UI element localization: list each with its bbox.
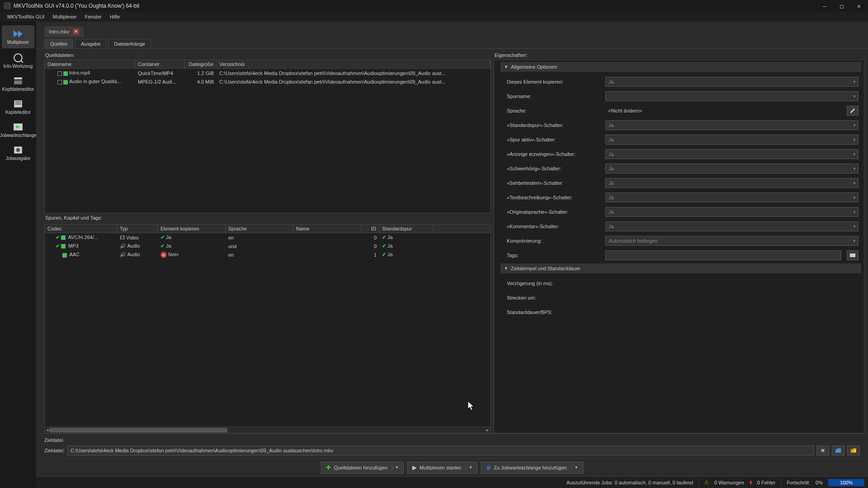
prop-active-field[interactable]: Ja▼ bbox=[605, 135, 859, 145]
subtab-attachments[interactable]: Dateianhänge bbox=[108, 39, 151, 48]
prop-tags-label: Tags: bbox=[507, 253, 602, 258]
collapse-icon: ▼ bbox=[504, 65, 508, 69]
menu-multiplexer[interactable]: Multiplexer bbox=[49, 13, 80, 20]
menu-help[interactable]: Hilfe bbox=[106, 13, 123, 20]
col-codec[interactable]: Codec bbox=[45, 225, 117, 233]
prop-trackname-field[interactable]: ▼ bbox=[605, 91, 859, 101]
chapter-icon bbox=[12, 99, 24, 109]
prop-textdesc-field[interactable]: Ja▼ bbox=[605, 192, 859, 202]
subtab-output[interactable]: Ausgabe bbox=[75, 39, 106, 48]
tracks-hscroll[interactable]: ◂▸ bbox=[45, 427, 491, 433]
output-recent-icon[interactable] bbox=[847, 446, 860, 455]
sourcefile-row[interactable]: Intro.mp4QuickTime/MP41.2 GiBC:\Users\st… bbox=[45, 69, 491, 77]
prop-copy-field[interactable]: Ja▼ bbox=[605, 77, 859, 87]
status-warnings[interactable]: 0 Warnungen bbox=[714, 480, 744, 485]
add-sourcefiles-button[interactable]: ✚ Quelldateien hinzufügen ▼ bbox=[321, 462, 404, 474]
prop-compress-field[interactable]: Automatisch festlegen▼ bbox=[605, 236, 859, 246]
group-label: Zeitstempel und Standarddauer bbox=[511, 266, 580, 271]
prop-visual-label: »Sehbehindert«-Schalter: bbox=[507, 180, 602, 186]
tab-close-icon[interactable]: ✕ bbox=[73, 28, 79, 35]
collapse-icon: ▼ bbox=[504, 266, 508, 271]
svg-rect-10 bbox=[850, 253, 855, 257]
col-type[interactable]: Typ bbox=[117, 225, 158, 233]
dropdown-icon[interactable]: ▼ bbox=[571, 465, 578, 469]
prop-trackname-label: Spurname: bbox=[507, 94, 602, 99]
prop-language-field[interactable]: <Nicht ändern> bbox=[605, 106, 841, 116]
play-icon: ▶ bbox=[412, 464, 417, 471]
add-to-queue-button[interactable]: ⊕ Zu Jobwarteschlange hinzufügen ▼ bbox=[481, 462, 583, 474]
prop-stretch-field[interactable] bbox=[605, 293, 859, 303]
col-directory[interactable]: Verzeichnis bbox=[217, 60, 491, 68]
col-filename[interactable]: Dateiname bbox=[45, 60, 135, 68]
prop-delay-field[interactable] bbox=[605, 278, 859, 288]
svg-rect-6 bbox=[15, 103, 21, 104]
prop-copy-label: Dieses Element kopieren: bbox=[507, 79, 602, 84]
track-row[interactable]: AAC🔊 Audio⊘ Neinen1✔ Ja bbox=[45, 250, 491, 259]
nav-info[interactable]: Info-Werkzeug bbox=[0, 49, 36, 72]
col-size[interactable]: Dateigröße bbox=[185, 60, 217, 68]
output-file-field[interactable]: C:\Users\stefa\4eck Media Dropbox\stefan… bbox=[67, 446, 814, 455]
prop-comment-field[interactable]: Ja▼ bbox=[605, 221, 859, 231]
button-label: Multiplexen starten bbox=[420, 465, 461, 470]
prop-default-field[interactable]: Ja▼ bbox=[605, 120, 859, 130]
output-icon bbox=[12, 145, 24, 155]
output-clear-icon[interactable] bbox=[816, 446, 829, 455]
properties-panel: ▼ Allgemeine Optionen Dieses Element kop… bbox=[494, 60, 864, 433]
nav-output[interactable]: Jobausgabe bbox=[0, 141, 36, 164]
nav-queue[interactable]: Jobwarteschlange bbox=[0, 118, 36, 141]
sourcefiles-label: Quelldateien: bbox=[44, 51, 491, 60]
prop-duration-field[interactable] bbox=[605, 307, 859, 317]
nav-chapter[interactable]: Kapiteleditor bbox=[0, 95, 36, 118]
svg-rect-3 bbox=[14, 80, 22, 84]
minimize-button[interactable]: — bbox=[819, 3, 830, 9]
document-tab[interactable]: Intro.mkv ✕ bbox=[44, 26, 84, 37]
col-name[interactable]: Name bbox=[293, 225, 361, 233]
group-timestamps[interactable]: ▼ Zeitstempel und Standarddauer bbox=[500, 263, 861, 273]
menu-app[interactable]: MKVToolNix GUI bbox=[4, 13, 48, 20]
start-mux-button[interactable]: ▶ Multiplexen starten ▼ bbox=[407, 462, 477, 474]
statusbar: Auszuführende Jobs: 0 automatisch, 0 man… bbox=[36, 476, 868, 488]
button-label: Zu Jobwarteschlange hinzufügen bbox=[494, 465, 566, 470]
col-language[interactable]: Sprache bbox=[226, 225, 293, 233]
prop-origlang-field[interactable]: Ja▼ bbox=[605, 207, 859, 217]
col-id[interactable]: ID bbox=[361, 225, 379, 233]
plus-icon: ✚ bbox=[326, 464, 331, 471]
prop-visual-field[interactable]: Ja▼ bbox=[605, 178, 859, 188]
nav-header[interactable]: Kopfdateneditor bbox=[0, 72, 36, 95]
nav-label: Jobwarteschlange bbox=[0, 133, 36, 138]
svg-line-1 bbox=[21, 61, 23, 63]
prop-stretch-label: Strecken um: bbox=[507, 295, 602, 300]
svg-point-0 bbox=[14, 54, 22, 62]
svg-rect-5 bbox=[15, 102, 21, 103]
language-edit-icon[interactable] bbox=[847, 106, 859, 116]
col-copy[interactable]: Element kopieren bbox=[158, 225, 226, 233]
output-browse-icon[interactable] bbox=[832, 446, 844, 455]
col-container[interactable]: Container bbox=[135, 60, 185, 68]
status-errors[interactable]: 0 Fehler bbox=[757, 480, 775, 485]
nav-multiplexer[interactable]: Multiplexer bbox=[2, 25, 34, 48]
subtab-sources[interactable]: Quellen bbox=[44, 39, 73, 48]
dropdown-icon[interactable]: ▼ bbox=[466, 465, 472, 469]
nav-label: Jobausgabe bbox=[6, 156, 31, 161]
sourcefile-row[interactable]: Audio in guter Qualitä...MPEG-1/2 Audi..… bbox=[45, 77, 491, 86]
track-row[interactable]: ✔ AVC/H.264/...🎞 Video✔ Jaen0✔ Ja bbox=[45, 233, 491, 242]
dropdown-icon[interactable]: ▼ bbox=[392, 465, 399, 469]
prop-default-label: »Standardspur«-Schalter: bbox=[507, 122, 602, 128]
close-button[interactable]: ✕ bbox=[854, 3, 864, 9]
prop-tags-field[interactable] bbox=[605, 250, 841, 260]
nav-label: Kopfdateneditor bbox=[2, 87, 34, 92]
prop-forced-label: »Anzeige erzwingen«-Schalter: bbox=[507, 151, 602, 157]
window-title: MKVToolNix GUI v74.0.0 ('You Oughta Know… bbox=[14, 3, 819, 9]
tags-browse-icon[interactable] bbox=[847, 250, 859, 260]
group-general[interactable]: ▼ Allgemeine Optionen bbox=[500, 62, 861, 72]
status-progress-value: 0% bbox=[816, 480, 823, 485]
track-row[interactable]: ✔ MP3🔊 Audio✔ Jaund0✔ Ja bbox=[45, 242, 491, 250]
status-progress-label: Fortschritt: bbox=[787, 480, 810, 485]
app-icon bbox=[4, 2, 11, 9]
prop-forced-field[interactable]: Ja▼ bbox=[605, 149, 859, 159]
tracks-table: Codec Typ Element kopieren Sprache Name … bbox=[44, 224, 491, 433]
col-default[interactable]: Standardspur bbox=[379, 225, 434, 233]
maximize-button[interactable]: ▢ bbox=[836, 3, 847, 9]
menu-window[interactable]: Fenster bbox=[81, 13, 105, 20]
prop-hearing-field[interactable]: Ja▼ bbox=[605, 164, 859, 174]
